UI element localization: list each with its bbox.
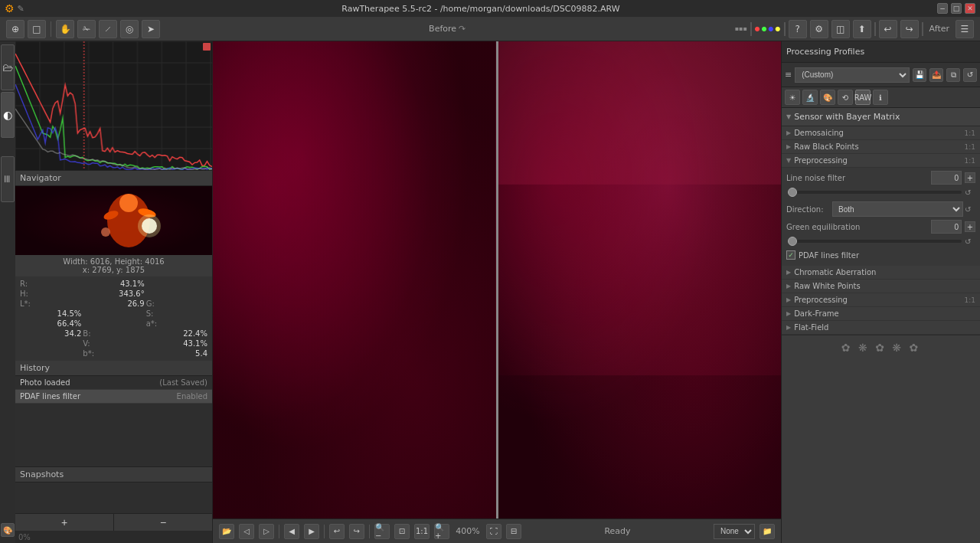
- toolbar-prefs-button[interactable]: ☰: [956, 20, 974, 38]
- green-equil-plus[interactable]: +: [965, 221, 975, 232]
- history-list[interactable]: Photo loaded (Last Saved) PDAF lines fil…: [15, 376, 212, 466]
- navigator-section: Navigator: [15, 170, 212, 361]
- toolbar-straighten-button[interactable]: ⟋: [99, 20, 117, 38]
- sensor-header[interactable]: ▼ Sensor with Bayer Matrix: [782, 108, 980, 126]
- editor-tab[interactable]: ◐: [1, 92, 15, 138]
- footer-sep3: [369, 525, 370, 538]
- color-values: R: 43.1% H: 343.6° L*: 26.9 G: 14.5% S: …: [15, 276, 212, 361]
- right-panel: Processing Profiles ≡ (Custom) 💾 📤 ⧉ ↺ ☀…: [781, 41, 980, 543]
- toolbar-crop-button[interactable]: ✁: [77, 20, 96, 38]
- svg-point-8: [101, 227, 110, 237]
- before-image-svg: [213, 41, 496, 518]
- preprocessing2-item[interactable]: ▶ Preprocessing 1:1: [782, 293, 980, 307]
- maximize-button[interactable]: □: [951, 3, 962, 14]
- preprocessing-item-header[interactable]: ▼ Preprocessing 1:1: [782, 154, 980, 168]
- close-button[interactable]: ✕: [965, 3, 975, 14]
- g-label: G:: [146, 299, 207, 308]
- footer-prev-button[interactable]: ◁: [239, 524, 254, 539]
- progress-bar-section: 0%: [15, 531, 212, 543]
- direction-reset[interactable]: ↺: [965, 204, 975, 214]
- footer-zoom-in[interactable]: 🔍+: [434, 524, 449, 539]
- pp-reset-button[interactable]: ↺: [963, 68, 977, 82]
- sensor-title: Sensor with Bayer Matrix: [794, 112, 975, 122]
- processing-profiles-bar: ≡ (Custom) 💾 📤 ⧉ ↺: [782, 63, 980, 87]
- raw-white-item[interactable]: ▶ Raw White Points: [782, 280, 980, 293]
- snapshots-section: Snapshots + −: [15, 466, 212, 531]
- tool-raw-icon[interactable]: RAW: [855, 90, 871, 105]
- line-noise-reset[interactable]: ↺: [965, 188, 974, 197]
- footer-status: Ready: [526, 526, 709, 536]
- line-noise-plus[interactable]: +: [965, 172, 975, 183]
- footer-nav-left[interactable]: ◀: [284, 524, 299, 539]
- tool-color-icon[interactable]: 🎨: [820, 90, 835, 105]
- queue-tab[interactable]: ≡: [1, 156, 15, 202]
- history-item-pdaf[interactable]: PDAF lines filter Enabled: [15, 390, 212, 404]
- green-equil-input[interactable]: [931, 220, 962, 234]
- footer-layout[interactable]: ⊟: [506, 524, 521, 539]
- footer-next-button[interactable]: ▷: [259, 524, 274, 539]
- footer-nav-right[interactable]: ▶: [304, 524, 319, 539]
- tool-transform-icon[interactable]: ⟲: [838, 90, 853, 105]
- minimize-button[interactable]: −: [937, 3, 948, 14]
- green-equil-row: Green equilibration +: [786, 220, 975, 234]
- left-tabs: 🗁 ◐ ≡ 🎨: [0, 41, 15, 543]
- sensor-arrow: ▼: [786, 113, 791, 120]
- toolbar-undo-button[interactable]: ↩: [879, 20, 897, 38]
- snapshot-add-button[interactable]: +: [15, 514, 114, 531]
- navigator-image: [15, 186, 212, 255]
- tool-exposure-icon[interactable]: ☀: [785, 90, 800, 105]
- direction-select[interactable]: Both Horizontal Vertical: [832, 201, 963, 217]
- dark-frame-item[interactable]: ▶ Dark-Frame: [782, 307, 980, 321]
- green-equil-reset[interactable]: ↺: [965, 237, 974, 246]
- footer-fwd-button[interactable]: ↪: [349, 524, 364, 539]
- toolbar-spot-button[interactable]: ◎: [120, 20, 139, 38]
- toolbar-export2-button[interactable]: ⬆: [853, 20, 871, 38]
- line-noise-input[interactable]: [931, 171, 962, 185]
- green-equil-slider[interactable]: [788, 240, 962, 243]
- color-swatch[interactable]: 🎨: [1, 523, 15, 537]
- footer-back-button[interactable]: ↩: [329, 524, 345, 539]
- histogram-canvas: [15, 41, 212, 170]
- right-panel-header: Processing Profiles: [782, 41, 980, 63]
- raw-black-item[interactable]: ▶ Raw Black Points 1:1: [782, 140, 980, 154]
- tool-detail-icon[interactable]: 🔬: [802, 90, 818, 105]
- toolbar-panel-button[interactable]: ◫: [831, 20, 850, 38]
- snapshot-remove-button[interactable]: −: [114, 514, 212, 531]
- footer-dir-button[interactable]: 📁: [760, 524, 775, 539]
- toolbar-navigate-button[interactable]: ⊕: [6, 20, 24, 38]
- footer-fullscreen[interactable]: ⛶: [486, 524, 501, 539]
- processing-profile-select[interactable]: (Custom): [795, 67, 910, 83]
- chromatic-item[interactable]: ▶ Chromatic Aberration: [782, 266, 980, 280]
- toolbar-select-button[interactable]: □: [28, 20, 46, 38]
- footer-none-select[interactable]: None: [714, 524, 755, 539]
- r-label: R:: [20, 280, 81, 288]
- footer-zoom-out[interactable]: 🔍−: [374, 524, 390, 539]
- footer-zoom-fit[interactable]: ⊡: [394, 524, 410, 539]
- raw-black-arrow: ▶: [786, 143, 791, 150]
- footer-zoom-100[interactable]: 1:1: [414, 524, 430, 539]
- flat-field-item[interactable]: ▶ Flat-Field: [782, 321, 980, 335]
- toolbar-export-button[interactable]: ➤: [142, 20, 160, 38]
- center-area: 📂 ◁ ▷ ◀ ▶ ↩ ↪ 🔍− ⊡ 1:1 🔍+ 400% ⛶ ⊟ Ready…: [213, 41, 781, 543]
- filebrowser-tab[interactable]: 🗁: [1, 44, 15, 90]
- snapshots-header: Snapshots: [15, 467, 212, 482]
- pdaf-checkbox[interactable]: ✓: [786, 250, 795, 260]
- toolbar-redo-button[interactable]: ↪: [900, 20, 919, 38]
- histogram-close[interactable]: [203, 43, 211, 51]
- pp-load-button[interactable]: 📤: [929, 68, 943, 82]
- footer-open-button[interactable]: 📂: [219, 524, 234, 539]
- pp-copy-button[interactable]: ⧉: [946, 68, 960, 82]
- toolbar-after-label: After: [926, 20, 952, 38]
- svg-rect-14: [498, 375, 782, 518]
- toolbar-settings-button[interactable]: ⚙: [810, 20, 828, 38]
- history-item-photo[interactable]: Photo loaded (Last Saved): [15, 376, 212, 390]
- flat-field-title: Flat-Field: [794, 323, 975, 332]
- toolbar-hand-button[interactable]: ✋: [56, 20, 74, 38]
- demosaicing-arrow: ▶: [786, 129, 791, 136]
- line-noise-slider[interactable]: [788, 191, 962, 194]
- direction-label: Direction:: [786, 205, 832, 214]
- demosaicing-item[interactable]: ▶ Demosaicing 1:1: [782, 126, 980, 140]
- tool-meta-icon[interactable]: ℹ: [873, 90, 888, 105]
- pp-save-button[interactable]: 💾: [913, 68, 926, 82]
- toolbar-help-button[interactable]: ?: [789, 20, 807, 38]
